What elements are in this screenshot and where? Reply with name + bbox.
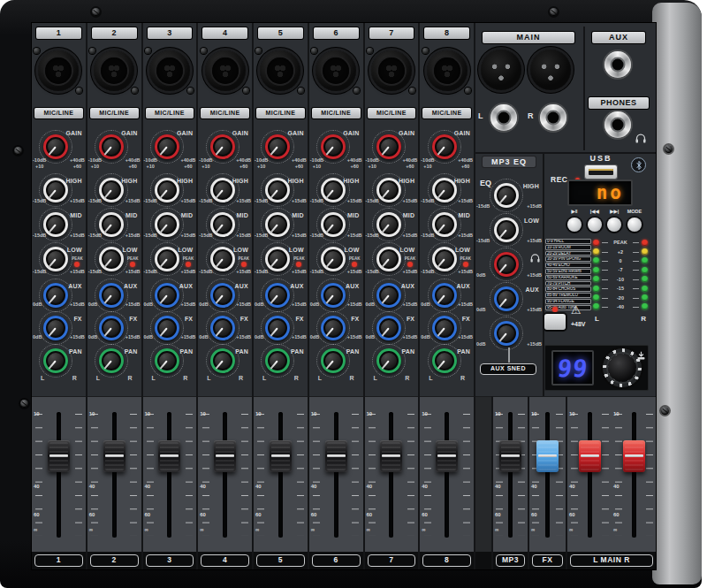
channel-number-plate: 4 [202, 27, 247, 39]
channel-fader[interactable]: 104060∞ [420, 401, 474, 551]
knob-scale-right: +15dB [236, 334, 251, 340]
knob-scale: -10dB +10+40dB +60 [310, 157, 362, 169]
fader-cap[interactable] [270, 440, 292, 472]
channel-fader[interactable]: 104060∞ [309, 401, 363, 551]
channel-fader[interactable]: 104060∞ [143, 401, 197, 551]
pan-knob[interactable] [99, 348, 124, 373]
channel-fader[interactable]: 104060∞ [254, 401, 308, 551]
effect-preset-row: 30-39 PIN GPONG [545, 256, 591, 262]
meter-row-label: -10 [599, 277, 642, 282]
peak-led [407, 262, 413, 267]
main-output-label: MAIN [483, 32, 574, 43]
fader-scale-label: ∞ [200, 527, 203, 532]
meter-led [593, 257, 599, 263]
gain-knob[interactable] [210, 134, 235, 159]
fader-cap[interactable] [158, 440, 180, 472]
meter-row: -20 [591, 293, 650, 302]
mic-line-label: MIC/LINE [368, 108, 416, 118]
knob-scale: -15dB+15dB [366, 269, 418, 274]
screw-icon [298, 88, 304, 94]
knob-row-aux: AUX0dB+15dB [475, 279, 543, 313]
knob-scale: -15dB+15dB [421, 233, 473, 238]
fader-cap[interactable] [103, 440, 125, 472]
l-main-r-fader[interactable]: 104060∞ [612, 401, 656, 551]
knob-pointer [437, 360, 445, 369]
fader-cap[interactable] [623, 440, 645, 472]
fader-cap[interactable] [380, 440, 402, 472]
fader-scale-label: 10 [145, 411, 151, 416]
fader-scale-label: 40 [34, 484, 40, 489]
pan-knob[interactable] [155, 348, 179, 373]
fader-cap[interactable] [325, 440, 347, 472]
knob-row-fx: FX0dB+15dB [365, 308, 419, 340]
transport-mode-button[interactable] [627, 218, 642, 232]
knob-scale-left: -10dB +10 [144, 157, 157, 169]
fx-fader[interactable]: 104060∞ [529, 401, 566, 551]
fader-scale-label: 40 [367, 484, 373, 489]
knob-scale-right: +15dB [458, 302, 473, 307]
fader-cap[interactable] [436, 440, 458, 472]
fader-scale-label: 60 [145, 512, 151, 517]
peak-indicator: PEAK [293, 256, 305, 267]
channel-fader[interactable]: 104060∞ [198, 401, 252, 551]
gain-knob[interactable] [265, 134, 290, 159]
channel-fader[interactable]: 104060∞ [32, 401, 86, 551]
knob-pointer [215, 258, 223, 267]
knob-row-mid: MID-15dB+15dB [365, 204, 419, 239]
transport-next-label: ▶▶| [604, 209, 624, 217]
gain-knob[interactable] [321, 134, 346, 159]
knob-scale: -15dB+15dB [199, 198, 251, 203]
fader-cap[interactable] [536, 440, 559, 472]
gain-knob[interactable] [432, 134, 457, 159]
fader-cap[interactable] [579, 440, 601, 472]
knob-scale: -10dB +10+40dB +60 [255, 157, 307, 169]
channel-strip-5: 5MIC/LINEGAIN-10dB +10+40dB +60HIGH-15dB… [254, 23, 309, 569]
knob-scale-right: +15dB [292, 269, 307, 274]
master-fader-col-fx: 104060∞FX [528, 396, 566, 569]
knob-scale-left: -15dB [366, 269, 379, 274]
pan-knob[interactable] [432, 348, 457, 373]
pan-knob[interactable] [376, 348, 401, 373]
main-right-label: R [528, 111, 534, 120]
gain-knob[interactable] [99, 134, 124, 159]
knob-scale-left: -15dB [255, 233, 268, 238]
channel-fader[interactable]: 104060∞ [87, 401, 141, 551]
knob-scale-right: +15dB [125, 233, 141, 238]
knob-row-high: HIGH-15dB+15dB [87, 170, 141, 204]
pan-knob[interactable] [43, 348, 68, 373]
pan-knob[interactable] [265, 348, 290, 373]
channel-strip-1: 1MIC/LINEGAIN-10dB +10+40dB +60HIGH-15dB… [32, 23, 87, 569]
phantom-power-button[interactable] [544, 314, 566, 330]
transport-play-pause: ▶‖ [565, 209, 584, 232]
knob-scale-right: +40dB +60 [403, 157, 418, 169]
knob-row-low: LOWPEAK-15dB+15dB [365, 239, 419, 275]
knob-scale: LR [310, 375, 362, 382]
transport-prev-button[interactable] [588, 218, 602, 232]
gain-knob[interactable] [155, 134, 179, 159]
knob-scale: -15dB+15dB [366, 198, 418, 203]
fader-cap[interactable] [214, 440, 236, 472]
peak-indicator: PEAK [238, 256, 249, 267]
usb-port[interactable] [585, 165, 617, 179]
transport-next-button[interactable] [607, 218, 621, 232]
pan-knob[interactable] [210, 348, 235, 373]
knob-row-mid: MID-15dB+15dB [32, 204, 86, 239]
screw-icon [187, 88, 194, 94]
screw-icon [20, 400, 28, 408]
mic-line-label: MIC/LINE [146, 108, 194, 118]
fader-slot [167, 412, 171, 538]
l-main-r-fader[interactable]: 104060∞ [567, 401, 612, 551]
channel-fader[interactable]: 104060∞ [365, 401, 419, 551]
transport-play-pause-button[interactable] [567, 218, 582, 232]
mp3-fader[interactable]: 104060∞ [493, 401, 528, 551]
fader-cap[interactable] [499, 440, 521, 472]
channel-number-plate: 7 [369, 27, 414, 39]
fader-cap[interactable] [48, 440, 70, 472]
gain-knob[interactable] [43, 134, 68, 159]
knob-row-fx: FX0dB+15dB [309, 308, 363, 340]
gain-knob[interactable] [376, 134, 401, 159]
usb-label: USB [589, 154, 612, 163]
channel-number-plate: 1 [36, 27, 81, 39]
pan-knob[interactable] [321, 348, 346, 373]
knob-scale-left: 0dB [476, 341, 485, 347]
